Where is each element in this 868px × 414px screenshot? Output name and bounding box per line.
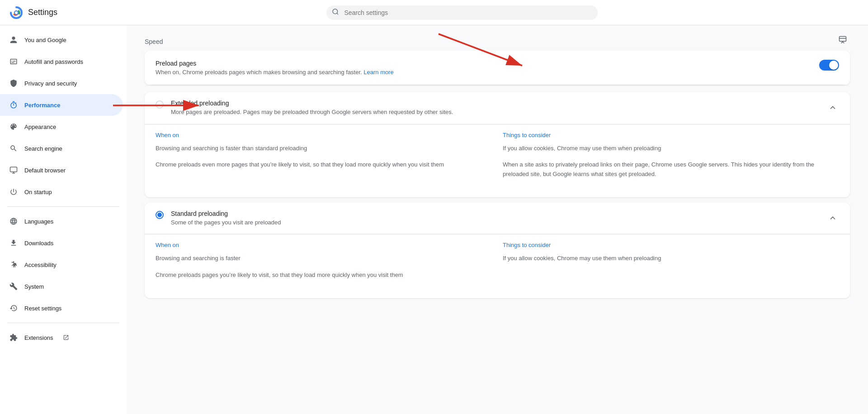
sidebar-label-autofill: Autofill and passwords (24, 58, 83, 65)
standard-things-col: Things to consider If you allow cookies,… (503, 242, 839, 287)
search-bar (326, 5, 598, 20)
extended-preloading-chevron[interactable] (826, 101, 839, 114)
sidebar-item-search-engine[interactable]: Search engine (0, 138, 123, 159)
standard-preloading-expanded: When on Browsing and searching is faster… (145, 234, 850, 298)
svg-point-4 (333, 9, 338, 14)
sidebar-label-reset: Reset settings (24, 305, 61, 312)
extended-things-col: Things to consider If you allow cookies,… (503, 132, 839, 186)
sidebar-label-accessibility: Accessibility (24, 262, 57, 268)
search-engine-icon (9, 144, 18, 153)
sidebar-divider-2 (7, 323, 119, 323)
sidebar-label-languages: Languages (24, 218, 53, 225)
standard-when-on-label: When on (156, 242, 492, 248)
download-icon (9, 238, 18, 247)
standard-when-on-item-0: Browsing and searching is faster (156, 254, 492, 263)
extended-things-item-0: If you allow cookies, Chrome may use the… (503, 144, 839, 153)
standard-preloading-details: When on Browsing and searching is faster… (156, 242, 839, 287)
sidebar-item-accessibility[interactable]: Accessibility (0, 254, 123, 276)
sidebar-item-default-browser[interactable]: Default browser (0, 159, 123, 181)
sidebar-label-extensions: Extensions (24, 334, 53, 341)
sidebar-item-downloads[interactable]: Downloads (0, 232, 123, 254)
speed-icon (9, 100, 18, 109)
standard-preloading-title: Standard preloading (171, 210, 819, 217)
sidebar-item-languages[interactable]: Languages (0, 210, 123, 232)
standard-preloading-card: Standard preloading Some of the pages yo… (145, 203, 850, 298)
wrench-icon (9, 282, 18, 291)
reset-icon (9, 304, 18, 313)
extended-when-on-item-1: Chrome preloads even more pages that you… (156, 160, 492, 170)
standard-preloading-row: Standard preloading Some of the pages yo… (145, 203, 850, 234)
sidebar-item-system[interactable]: System (0, 276, 123, 297)
search-input[interactable] (326, 5, 598, 20)
sidebar-item-appearance[interactable]: Appearance (0, 116, 123, 138)
sidebar-divider-1 (7, 206, 119, 207)
sidebar-item-privacy[interactable]: Privacy and security (0, 72, 123, 94)
preload-pages-desc: When on, Chrome preloads pages which mak… (156, 69, 394, 76)
toggle-track (819, 60, 839, 71)
accessibility-icon (9, 260, 18, 269)
standard-when-on-col: When on Browsing and searching is faster… (156, 242, 492, 287)
sidebar-item-performance[interactable]: Performance (0, 94, 123, 116)
person-icon (9, 35, 18, 44)
toggle-thumb (829, 61, 838, 70)
app-header: Settings (0, 0, 868, 25)
extended-preloading-radio[interactable] (156, 100, 164, 109)
standard-things-item-0: If you allow cookies, Chrome may use the… (503, 254, 839, 263)
sidebar-item-on-startup[interactable]: On startup (0, 181, 123, 203)
preload-pages-toggle[interactable] (819, 60, 839, 71)
svg-line-5 (337, 13, 338, 14)
preload-pages-info: Preload pages When on, Chrome preloads p… (156, 60, 819, 76)
main-layout: You and Google Autofill and passwords Pr… (0, 25, 868, 414)
sidebar-label-you-and-google: You and Google (24, 37, 66, 43)
extended-preloading-details: When on Browsing and searching is faster… (156, 132, 839, 186)
sidebar-item-extensions[interactable]: Extensions (0, 327, 123, 348)
sidebar-label-performance: Performance (24, 102, 60, 109)
extended-preloading-content: Extended preloading More pages are prelo… (171, 100, 819, 117)
power-icon (9, 187, 18, 196)
sidebar-item-reset[interactable]: Reset settings (0, 297, 123, 319)
speed-section-header: Speed (145, 25, 850, 51)
speed-label: Speed (145, 31, 163, 49)
extended-preloading-expanded: When on Browsing and searching is faster… (145, 124, 850, 197)
globe-icon (9, 217, 18, 226)
extended-when-on-label: When on (156, 132, 492, 138)
shield-icon (9, 79, 18, 88)
standard-things-label: Things to consider (503, 242, 839, 248)
extended-things-item-1: When a site asks to privately preload li… (503, 160, 839, 179)
sidebar-label-on-startup: On startup (24, 189, 52, 195)
sidebar-label-system: System (24, 283, 44, 290)
extended-things-label: Things to consider (503, 132, 839, 138)
badge-icon (9, 57, 18, 66)
standard-when-on-item-1: Chrome preloads pages you’re likely to v… (156, 271, 492, 280)
palette-icon (9, 122, 18, 131)
sidebar: You and Google Autofill and passwords Pr… (0, 25, 127, 414)
extended-when-on-item-0: Browsing and searching is faster than st… (156, 144, 492, 153)
sidebar-label-privacy: Privacy and security (24, 80, 77, 87)
browser-icon (9, 166, 18, 175)
standard-preloading-desc: Some of the pages you visit are preloade… (171, 218, 819, 227)
standard-preloading-content: Standard preloading Some of the pages yo… (171, 210, 819, 227)
external-link-icon (61, 333, 71, 342)
feedback-button[interactable] (835, 33, 850, 47)
sidebar-label-appearance: Appearance (24, 124, 56, 130)
sidebar-label-downloads: Downloads (24, 240, 53, 247)
extended-preloading-row: Extended preloading More pages are prelo… (145, 92, 850, 124)
sidebar-item-you-and-google[interactable]: You and Google (0, 29, 123, 51)
sidebar-item-autofill[interactable]: Autofill and passwords (0, 51, 123, 72)
app-title: Settings (28, 8, 57, 17)
chrome-logo-icon (9, 5, 24, 20)
search-icon (332, 8, 339, 17)
standard-preloading-chevron[interactable] (826, 212, 839, 224)
preload-pages-text: Preload pages When on, Chrome preloads p… (156, 60, 394, 76)
extended-preloading-card: Extended preloading More pages are prelo… (145, 92, 850, 197)
puzzle-icon (9, 333, 18, 342)
sidebar-label-search-engine: Search engine (24, 145, 62, 152)
learn-more-link[interactable]: Learn more (363, 69, 393, 76)
svg-rect-6 (10, 167, 17, 172)
logo-area: Settings (9, 5, 57, 20)
standard-preloading-radio[interactable] (156, 211, 164, 219)
extended-preloading-desc: More pages are preloaded. Pages may be p… (171, 108, 819, 117)
svg-rect-8 (840, 37, 846, 42)
preload-desc-text: When on, Chrome preloads pages which mak… (156, 69, 362, 76)
svg-point-3 (15, 11, 18, 14)
